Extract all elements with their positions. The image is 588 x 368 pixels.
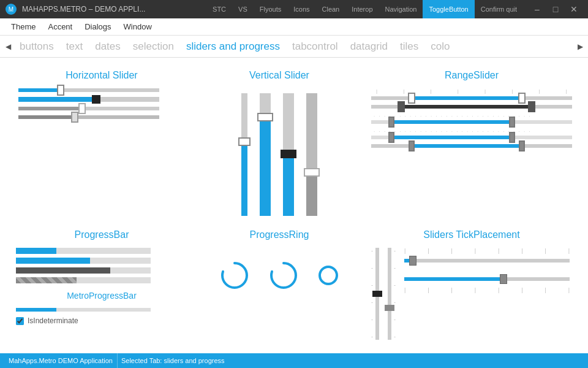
window-controls: – □ ✕: [528, 0, 583, 18]
tick-vslider-1: ------: [371, 248, 379, 340]
svg-point-7: [320, 267, 337, 284]
nav-text[interactable]: text: [60, 40, 89, 53]
hslider-track-2[interactable]: [18, 97, 159, 102]
vslider-2[interactable]: [260, 93, 271, 216]
svg-text:M: M: [9, 6, 13, 13]
metro-pbar: [16, 308, 151, 312]
menu-theme[interactable]: Theme: [5, 18, 42, 36]
nav-colo[interactable]: colo: [424, 40, 456, 53]
app-logo: M: [5, 3, 17, 15]
progress-title: ProgressBar: [16, 229, 187, 240]
progress-ring-panel: ProgressRing: [194, 223, 365, 347]
range-3[interactable]: · · · · · · · · · · · · · · · · · · · · …: [371, 113, 572, 124]
pbar-2: [16, 258, 187, 264]
hslider-3: [16, 107, 187, 110]
titlebar-tabs: STC VS Flyouts Icons Clean Interop Navig…: [206, 0, 523, 18]
tick-vslider-2: ------: [388, 248, 396, 340]
vslider-4: [306, 93, 317, 216]
vslider-row: [241, 93, 317, 217]
tab-icons[interactable]: Icons: [287, 0, 315, 18]
nav-arrow-right[interactable]: ▶: [575, 41, 586, 52]
range-1[interactable]: [371, 96, 572, 100]
tab-stc[interactable]: STC: [206, 0, 232, 18]
vslider-1[interactable]: [241, 93, 247, 216]
maximize-button[interactable]: □: [546, 0, 565, 18]
menubar: Theme Accent Dialogs Window: [0, 18, 588, 36]
hslider-4: [16, 115, 187, 119]
progress-ring-3: [317, 264, 339, 286]
hslider-1: [16, 88, 187, 92]
nav-selection[interactable]: selection: [127, 40, 180, 53]
menu-window[interactable]: Window: [118, 18, 158, 36]
nav-dates[interactable]: dates: [89, 40, 127, 53]
horizontal-slider-panel: Horizontal Slider: [10, 64, 194, 223]
pbar-3: [16, 267, 187, 274]
section-nav: ◀ buttons text dates selection sliders a…: [0, 36, 588, 58]
tick-hslider-2[interactable]: [402, 277, 572, 281]
main-content: Horizontal Slider: [0, 58, 588, 353]
range-5[interactable]: [371, 144, 572, 148]
tab-confirm-quit[interactable]: Confirm quit: [475, 0, 523, 18]
nav-sliders[interactable]: sliders and progress: [180, 40, 286, 53]
tick-hslider-2-container: ||||||||: [402, 272, 572, 293]
nav-arrow-left[interactable]: ◀: [2, 41, 13, 52]
tab-clean[interactable]: Clean: [316, 0, 346, 18]
hslider-track-3: [18, 107, 159, 110]
menu-dialogs[interactable]: Dialogs: [78, 18, 117, 36]
nav-datagrid[interactable]: datagrid: [344, 40, 394, 53]
progress-ring-2: [268, 260, 299, 291]
app-title: MAHAPPS.METRO – DEMO APPLI...: [22, 5, 206, 13]
vslider-title: Vertical Slider: [249, 70, 309, 81]
titlebar: M MAHAPPS.METRO – DEMO APPLI... STC VS F…: [0, 0, 588, 18]
tab-navigation[interactable]: Navigation: [379, 0, 423, 18]
progress-ring-1: [219, 260, 250, 291]
pring-title: ProgressRing: [250, 229, 309, 240]
indeterminate-label: IsIndeterminate: [28, 316, 78, 325]
tick-panel: Sliders TickPlacement ------: [365, 223, 578, 347]
pbar-1: [16, 248, 187, 254]
range-4[interactable]: · · · · · · · · · · · · · · · · · · · · …: [371, 129, 572, 139]
nav-tiles[interactable]: tiles: [394, 40, 424, 53]
progress-panel: ProgressBar MetroProgressBar: [10, 223, 194, 347]
statusbar: MahApps.Metro DEMO Application Selected …: [0, 353, 588, 368]
tab-flyouts[interactable]: Flyouts: [254, 0, 287, 18]
statusbar-app-name: MahApps.Metro DEMO Application: [5, 353, 116, 368]
indeterminate-row: IsIndeterminate: [16, 316, 187, 325]
rings-container: [219, 260, 339, 291]
vslider-3[interactable]: [283, 93, 294, 216]
tick-hslider-1[interactable]: [402, 259, 572, 263]
hslider-2: [16, 97, 187, 102]
range-slider-panel: RangeSlider |||||||| · · · · · · ·: [365, 64, 578, 223]
tab-vs[interactable]: VS: [232, 0, 254, 18]
statusbar-selected-tab: Selected Tab: sliders and progress: [117, 353, 228, 368]
rslider-title: RangeSlider: [371, 70, 572, 81]
nav-tabcontrol[interactable]: tabcontrol: [286, 40, 344, 53]
pbar-4: [16, 277, 187, 283]
vertical-slider-panel: Vertical Slider: [194, 64, 365, 223]
range-2[interactable]: [371, 105, 572, 109]
minimize-button[interactable]: –: [528, 0, 546, 18]
tick-title: Sliders TickPlacement: [371, 229, 572, 240]
tab-interop[interactable]: Interop: [345, 0, 379, 18]
metro-pbar-fill: [16, 308, 56, 312]
tab-togglebutton[interactable]: ToggleButton: [423, 0, 474, 18]
indeterminate-checkbox[interactable]: [16, 317, 24, 325]
hslider-track-4: [18, 115, 159, 119]
menu-accent[interactable]: Accent: [42, 18, 78, 36]
hslider-title: Horizontal Slider: [16, 70, 187, 81]
nav-buttons[interactable]: buttons: [13, 40, 60, 53]
hslider-track-1[interactable]: [18, 88, 159, 92]
close-button[interactable]: ✕: [565, 0, 583, 18]
metro-progress-title: MetroProgressBar: [16, 291, 187, 301]
section-nav-items: buttons text dates selection sliders and…: [13, 40, 575, 53]
